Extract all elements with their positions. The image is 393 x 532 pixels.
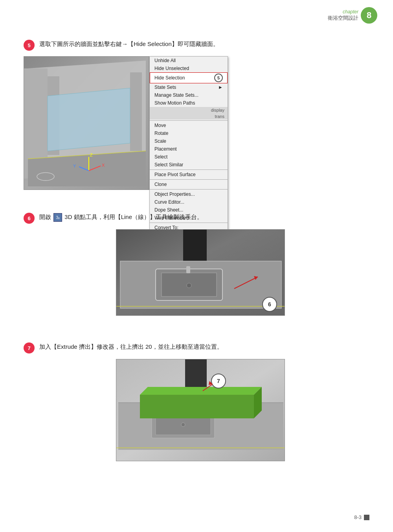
- menu-item-state-sets[interactable]: State Sets ►: [150, 83, 228, 91]
- svg-marker-6: [48, 88, 130, 151]
- menu-item-rotate[interactable]: Rotate: [150, 129, 228, 137]
- menu-separator-2: [150, 169, 228, 170]
- arrow-icon: ►: [218, 85, 223, 90]
- svg-text:7: 7: [217, 378, 220, 384]
- menu-item-hide-unselected[interactable]: Hide Unselected: [150, 64, 228, 72]
- menu-item-manage-state-sets[interactable]: Manage State Sets...: [150, 91, 228, 99]
- page-number-area: 8-3: [354, 514, 369, 520]
- page-num-square-icon: [364, 515, 369, 520]
- menu-item-unhide-all[interactable]: Unhide All: [150, 57, 228, 64]
- step5-header: 5 選取下圖所示的牆面並點擊右鍵→【Hide Selection】即可隱藏牆面。: [24, 39, 377, 51]
- svg-marker-37: [140, 387, 262, 395]
- menu-item-scale[interactable]: Scale: [150, 137, 228, 145]
- page-number-text: 8-3: [354, 514, 362, 520]
- step7-badge: 7: [24, 342, 35, 353]
- svg-rect-21: [186, 266, 190, 273]
- step7-text: 加入【Extrude 擠出】修改器，往上擠出 20，並往上移動至適當位置。: [39, 342, 223, 352]
- menu-item-move[interactable]: Move: [150, 121, 228, 129]
- svg-point-34: [181, 423, 185, 427]
- menu-separator-4: [150, 189, 228, 190]
- snap-icon: 3₂: [53, 213, 62, 222]
- svg-rect-36: [140, 395, 254, 418]
- step7-image-container: 7: [24, 359, 377, 461]
- step6-image-container: 6: [24, 229, 377, 316]
- menu-item-placement[interactable]: Placement: [150, 145, 228, 153]
- step6-header: 6 開啟 3₂ 3D 鎖點工具，利用【Line（線）】工具繪製洗手台。: [24, 212, 377, 224]
- chapter-badge: 8: [361, 7, 377, 24]
- menu-item-clone[interactable]: Clone: [150, 180, 228, 188]
- svg-point-22: [187, 283, 191, 288]
- menu-item-place-pivot-surface[interactable]: Place Pivot Surface: [150, 171, 228, 179]
- step6-badge: 6: [24, 213, 35, 224]
- svg-text:6: 6: [268, 301, 271, 307]
- step5-text: 選取下圖所示的牆面並點擊右鍵→【Hide Selection】即可隱藏牆面。: [39, 39, 219, 49]
- step6-image-wrapper: 6: [116, 229, 285, 316]
- menu-item-curve-editor[interactable]: Curve Editor...: [150, 198, 228, 206]
- step6-text: 開啟 3₂ 3D 鎖點工具，利用【Line（線）】工具繪製洗手台。: [39, 212, 203, 222]
- chapter-header: chapter 衛浴空間設計 8: [328, 7, 377, 24]
- menu-section-trans: trans: [150, 113, 228, 120]
- menu-section-display: display: [150, 107, 228, 113]
- svg-text:X: X: [102, 163, 105, 168]
- menu-item-select-similar[interactable]: Select Similar: [150, 161, 228, 169]
- menu-separator-3: [150, 179, 228, 180]
- svg-rect-16: [183, 230, 207, 261]
- chapter-label: chapter: [328, 9, 358, 15]
- menu-item-object-properties[interactable]: Object Properties...: [150, 190, 228, 198]
- svg-text:Z: Z: [90, 153, 93, 157]
- svg-text:Y: Y: [73, 164, 76, 168]
- menu-item-select[interactable]: Select: [150, 153, 228, 161]
- chapter-subtitle: 衛浴空間設計: [328, 15, 358, 22]
- step7-section: 7 加入【Extrude 擠出】修改器，往上擠出 20，並往上移動至適當位置。: [24, 342, 377, 461]
- step6-section: 6 開啟 3₂ 3D 鎖點工具，利用【Line（線）】工具繪製洗手台。: [24, 212, 377, 316]
- step6-3d-viewport: 6: [116, 229, 285, 316]
- step7-3d-viewport: 7: [116, 359, 285, 461]
- step5-badge: 5: [24, 40, 35, 51]
- hide-selection-label: Hide Selection: [154, 75, 185, 81]
- step7-header: 7 加入【Extrude 擠出】修改器，往上擠出 20，並往上移動至適當位置。: [24, 342, 377, 353]
- menu-item-show-motion-paths[interactable]: Show Motion Paths: [150, 99, 228, 107]
- menu-separator-1: [150, 120, 228, 121]
- step5-3d-viewport: Z X Y: [24, 56, 149, 190]
- svg-rect-5: [130, 72, 142, 151]
- menu-item-hide-selection[interactable]: Hide Selection 5: [150, 72, 228, 83]
- step5-inline-badge: 5: [214, 74, 223, 82]
